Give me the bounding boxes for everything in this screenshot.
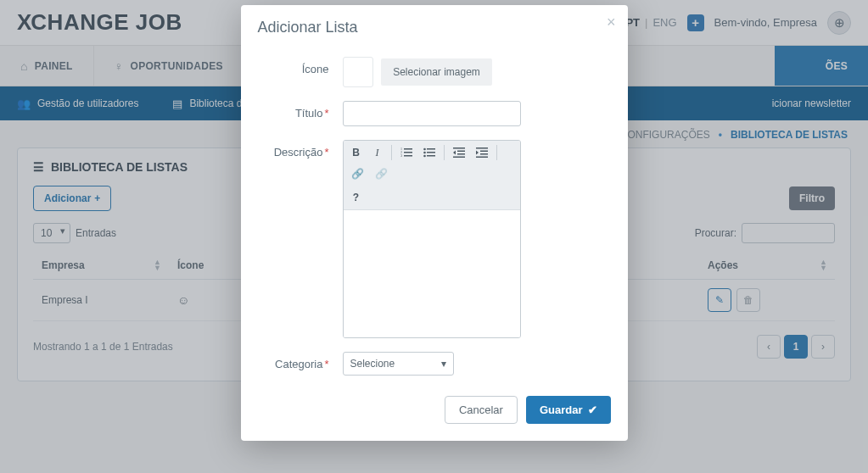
svg-rect-17 <box>476 147 488 149</box>
indent-icon <box>476 147 488 158</box>
svg-rect-14 <box>457 153 465 155</box>
svg-marker-21 <box>476 151 479 155</box>
row-descricao: Descrição* B I 123 <box>258 140 611 338</box>
svg-point-7 <box>423 152 426 154</box>
unlink-icon: 🔗 <box>375 168 388 181</box>
save-button[interactable]: Guardar ✔ <box>526 396 611 424</box>
link-button[interactable]: 🔗 <box>347 164 368 183</box>
label-icone: Ícone <box>258 57 329 75</box>
icon-preview <box>343 57 373 87</box>
row-icone: Ícone Selecionar imagem <box>258 57 611 87</box>
svg-rect-0 <box>404 148 412 150</box>
editor-textarea[interactable] <box>344 210 520 337</box>
svg-rect-15 <box>453 157 465 159</box>
svg-rect-2 <box>404 155 412 157</box>
svg-rect-10 <box>427 152 435 153</box>
categoria-value: Selecione <box>350 358 395 370</box>
svg-rect-11 <box>427 155 435 157</box>
close-button[interactable]: × <box>607 14 616 31</box>
unordered-list-button[interactable] <box>419 143 440 162</box>
check-icon: ✔ <box>588 403 597 416</box>
svg-text:3: 3 <box>400 153 402 158</box>
indent-button[interactable] <box>472 143 492 162</box>
svg-rect-19 <box>480 153 488 155</box>
select-image-button[interactable]: Selecionar imagem <box>381 58 492 86</box>
svg-point-8 <box>423 155 426 158</box>
categoria-select[interactable]: Selecione ▾ <box>343 352 454 376</box>
unlink-button[interactable]: 🔗 <box>371 164 392 183</box>
row-categoria: Categoria* Selecione ▾ <box>258 352 611 376</box>
svg-point-6 <box>423 148 426 151</box>
label-categoria: Categoria* <box>258 352 329 370</box>
italic-button[interactable]: I <box>368 143 387 162</box>
label-titulo: Título* <box>258 101 329 120</box>
outdent-icon <box>453 147 465 158</box>
bold-button[interactable]: B <box>347 143 366 162</box>
svg-rect-9 <box>427 148 435 150</box>
svg-rect-1 <box>404 152 412 153</box>
label-descricao: Descrição* <box>258 140 329 159</box>
add-list-modal: × Adicionar Lista Ícone Selecionar image… <box>241 5 628 441</box>
tool-sep-1 <box>391 145 392 160</box>
link-icon: 🔗 <box>351 168 364 181</box>
close-icon: × <box>607 14 616 31</box>
unordered-list-icon <box>423 147 435 158</box>
modal-footer: Cancelar Guardar ✔ <box>258 396 611 424</box>
editor-toolbar: B I 123 <box>344 141 520 210</box>
svg-rect-20 <box>476 157 488 159</box>
outdent-button[interactable] <box>449 143 469 162</box>
row-titulo: Título* <box>258 101 611 126</box>
ordered-list-button[interactable]: 123 <box>396 143 417 162</box>
modal-title: Adicionar Lista <box>258 19 611 36</box>
save-button-label: Guardar <box>540 403 583 416</box>
tool-sep-3 <box>496 145 497 160</box>
svg-rect-12 <box>453 147 465 149</box>
help-button[interactable]: ? <box>347 188 366 207</box>
titulo-input[interactable] <box>343 101 521 126</box>
rich-text-editor: B I 123 <box>343 140 521 338</box>
chevron-down-icon: ▾ <box>441 358 446 370</box>
svg-rect-13 <box>457 151 465 153</box>
tool-sep-2 <box>444 145 445 160</box>
ordered-list-icon: 123 <box>400 147 412 158</box>
svg-marker-16 <box>453 151 456 155</box>
svg-rect-18 <box>480 151 488 153</box>
cancel-button[interactable]: Cancelar <box>445 396 518 424</box>
